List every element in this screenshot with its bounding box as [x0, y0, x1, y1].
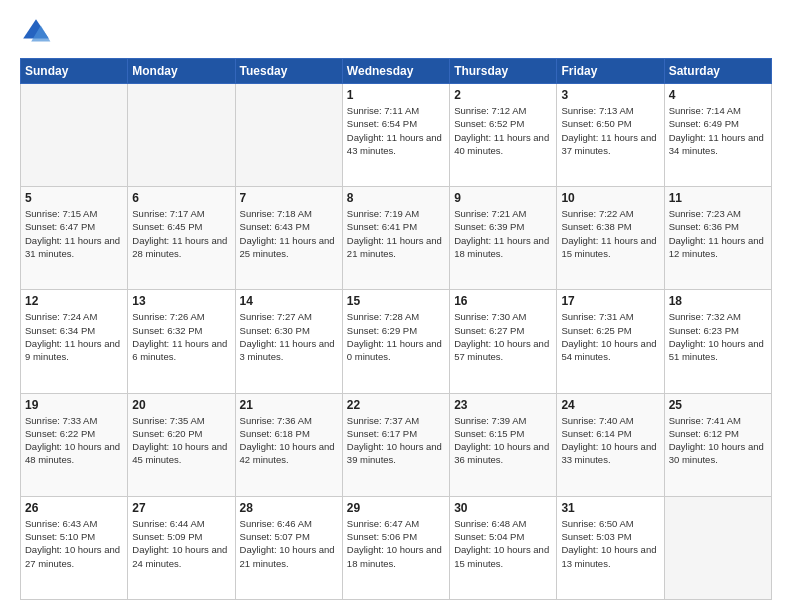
calendar-cell-1-6: 11 Sunrise: 7:23 AMSunset: 6:36 PMDaylig…: [664, 187, 771, 290]
day-number: 2: [454, 88, 552, 102]
calendar-table: SundayMondayTuesdayWednesdayThursdayFrid…: [20, 58, 772, 600]
week-row-3: 12 Sunrise: 7:24 AMSunset: 6:34 PMDaylig…: [21, 290, 772, 393]
day-info: Sunrise: 7:26 AMSunset: 6:32 PMDaylight:…: [132, 310, 230, 363]
calendar-cell-4-0: 26 Sunrise: 6:43 AMSunset: 5:10 PMDaylig…: [21, 496, 128, 599]
calendar-cell-0-1: [128, 84, 235, 187]
day-number: 27: [132, 501, 230, 515]
day-info: Sunrise: 7:24 AMSunset: 6:34 PMDaylight:…: [25, 310, 123, 363]
calendar-cell-4-3: 29 Sunrise: 6:47 AMSunset: 5:06 PMDaylig…: [342, 496, 449, 599]
day-info: Sunrise: 6:48 AMSunset: 5:04 PMDaylight:…: [454, 517, 552, 570]
calendar-body: 1 Sunrise: 7:11 AMSunset: 6:54 PMDayligh…: [21, 84, 772, 600]
day-info: Sunrise: 6:50 AMSunset: 5:03 PMDaylight:…: [561, 517, 659, 570]
day-number: 25: [669, 398, 767, 412]
day-number: 15: [347, 294, 445, 308]
week-row-2: 5 Sunrise: 7:15 AMSunset: 6:47 PMDayligh…: [21, 187, 772, 290]
calendar-cell-0-0: [21, 84, 128, 187]
calendar-cell-1-4: 9 Sunrise: 7:21 AMSunset: 6:39 PMDayligh…: [450, 187, 557, 290]
day-info: Sunrise: 7:31 AMSunset: 6:25 PMDaylight:…: [561, 310, 659, 363]
day-info: Sunrise: 7:17 AMSunset: 6:45 PMDaylight:…: [132, 207, 230, 260]
day-number: 18: [669, 294, 767, 308]
day-number: 19: [25, 398, 123, 412]
day-number: 3: [561, 88, 659, 102]
calendar-cell-3-0: 19 Sunrise: 7:33 AMSunset: 6:22 PMDaylig…: [21, 393, 128, 496]
day-number: 4: [669, 88, 767, 102]
day-number: 21: [240, 398, 338, 412]
calendar-cell-2-3: 15 Sunrise: 7:28 AMSunset: 6:29 PMDaylig…: [342, 290, 449, 393]
day-info: Sunrise: 7:33 AMSunset: 6:22 PMDaylight:…: [25, 414, 123, 467]
day-info: Sunrise: 7:32 AMSunset: 6:23 PMDaylight:…: [669, 310, 767, 363]
day-number: 7: [240, 191, 338, 205]
day-info: Sunrise: 6:47 AMSunset: 5:06 PMDaylight:…: [347, 517, 445, 570]
calendar-cell-0-6: 4 Sunrise: 7:14 AMSunset: 6:49 PMDayligh…: [664, 84, 771, 187]
day-info: Sunrise: 7:14 AMSunset: 6:49 PMDaylight:…: [669, 104, 767, 157]
day-info: Sunrise: 7:27 AMSunset: 6:30 PMDaylight:…: [240, 310, 338, 363]
calendar-cell-2-2: 14 Sunrise: 7:27 AMSunset: 6:30 PMDaylig…: [235, 290, 342, 393]
calendar-cell-2-6: 18 Sunrise: 7:32 AMSunset: 6:23 PMDaylig…: [664, 290, 771, 393]
header: [20, 16, 772, 48]
day-info: Sunrise: 7:41 AMSunset: 6:12 PMDaylight:…: [669, 414, 767, 467]
day-number: 17: [561, 294, 659, 308]
day-info: Sunrise: 7:28 AMSunset: 6:29 PMDaylight:…: [347, 310, 445, 363]
day-info: Sunrise: 7:35 AMSunset: 6:20 PMDaylight:…: [132, 414, 230, 467]
day-number: 20: [132, 398, 230, 412]
calendar-cell-1-0: 5 Sunrise: 7:15 AMSunset: 6:47 PMDayligh…: [21, 187, 128, 290]
day-info: Sunrise: 7:15 AMSunset: 6:47 PMDaylight:…: [25, 207, 123, 260]
day-number: 10: [561, 191, 659, 205]
calendar-cell-0-4: 2 Sunrise: 7:12 AMSunset: 6:52 PMDayligh…: [450, 84, 557, 187]
calendar-cell-1-5: 10 Sunrise: 7:22 AMSunset: 6:38 PMDaylig…: [557, 187, 664, 290]
calendar-cell-3-5: 24 Sunrise: 7:40 AMSunset: 6:14 PMDaylig…: [557, 393, 664, 496]
logo-icon: [20, 16, 52, 48]
calendar-cell-4-6: [664, 496, 771, 599]
day-number: 24: [561, 398, 659, 412]
day-number: 6: [132, 191, 230, 205]
day-number: 1: [347, 88, 445, 102]
day-number: 23: [454, 398, 552, 412]
weekday-wednesday: Wednesday: [342, 59, 449, 84]
day-info: Sunrise: 7:39 AMSunset: 6:15 PMDaylight:…: [454, 414, 552, 467]
week-row-4: 19 Sunrise: 7:33 AMSunset: 6:22 PMDaylig…: [21, 393, 772, 496]
calendar-cell-4-5: 31 Sunrise: 6:50 AMSunset: 5:03 PMDaylig…: [557, 496, 664, 599]
calendar-cell-4-4: 30 Sunrise: 6:48 AMSunset: 5:04 PMDaylig…: [450, 496, 557, 599]
day-number: 28: [240, 501, 338, 515]
calendar-cell-1-3: 8 Sunrise: 7:19 AMSunset: 6:41 PMDayligh…: [342, 187, 449, 290]
day-info: Sunrise: 7:11 AMSunset: 6:54 PMDaylight:…: [347, 104, 445, 157]
page: SundayMondayTuesdayWednesdayThursdayFrid…: [0, 0, 792, 612]
day-info: Sunrise: 7:21 AMSunset: 6:39 PMDaylight:…: [454, 207, 552, 260]
calendar-cell-3-6: 25 Sunrise: 7:41 AMSunset: 6:12 PMDaylig…: [664, 393, 771, 496]
day-number: 5: [25, 191, 123, 205]
calendar-cell-2-4: 16 Sunrise: 7:30 AMSunset: 6:27 PMDaylig…: [450, 290, 557, 393]
day-number: 13: [132, 294, 230, 308]
day-number: 12: [25, 294, 123, 308]
calendar-cell-2-5: 17 Sunrise: 7:31 AMSunset: 6:25 PMDaylig…: [557, 290, 664, 393]
day-number: 30: [454, 501, 552, 515]
weekday-row: SundayMondayTuesdayWednesdayThursdayFrid…: [21, 59, 772, 84]
calendar-cell-3-2: 21 Sunrise: 7:36 AMSunset: 6:18 PMDaylig…: [235, 393, 342, 496]
day-number: 16: [454, 294, 552, 308]
weekday-friday: Friday: [557, 59, 664, 84]
day-number: 31: [561, 501, 659, 515]
weekday-saturday: Saturday: [664, 59, 771, 84]
calendar-cell-2-1: 13 Sunrise: 7:26 AMSunset: 6:32 PMDaylig…: [128, 290, 235, 393]
day-number: 29: [347, 501, 445, 515]
day-number: 8: [347, 191, 445, 205]
day-info: Sunrise: 7:40 AMSunset: 6:14 PMDaylight:…: [561, 414, 659, 467]
calendar-cell-0-5: 3 Sunrise: 7:13 AMSunset: 6:50 PMDayligh…: [557, 84, 664, 187]
day-info: Sunrise: 7:22 AMSunset: 6:38 PMDaylight:…: [561, 207, 659, 260]
day-info: Sunrise: 7:12 AMSunset: 6:52 PMDaylight:…: [454, 104, 552, 157]
calendar-cell-4-2: 28 Sunrise: 6:46 AMSunset: 5:07 PMDaylig…: [235, 496, 342, 599]
day-number: 22: [347, 398, 445, 412]
week-row-5: 26 Sunrise: 6:43 AMSunset: 5:10 PMDaylig…: [21, 496, 772, 599]
day-number: 14: [240, 294, 338, 308]
logo: [20, 16, 56, 48]
day-info: Sunrise: 7:18 AMSunset: 6:43 PMDaylight:…: [240, 207, 338, 260]
day-info: Sunrise: 7:13 AMSunset: 6:50 PMDaylight:…: [561, 104, 659, 157]
weekday-monday: Monday: [128, 59, 235, 84]
calendar-cell-3-1: 20 Sunrise: 7:35 AMSunset: 6:20 PMDaylig…: [128, 393, 235, 496]
calendar-cell-1-1: 6 Sunrise: 7:17 AMSunset: 6:45 PMDayligh…: [128, 187, 235, 290]
day-info: Sunrise: 6:46 AMSunset: 5:07 PMDaylight:…: [240, 517, 338, 570]
calendar-cell-0-3: 1 Sunrise: 7:11 AMSunset: 6:54 PMDayligh…: [342, 84, 449, 187]
day-info: Sunrise: 7:30 AMSunset: 6:27 PMDaylight:…: [454, 310, 552, 363]
weekday-sunday: Sunday: [21, 59, 128, 84]
week-row-1: 1 Sunrise: 7:11 AMSunset: 6:54 PMDayligh…: [21, 84, 772, 187]
day-info: Sunrise: 6:44 AMSunset: 5:09 PMDaylight:…: [132, 517, 230, 570]
